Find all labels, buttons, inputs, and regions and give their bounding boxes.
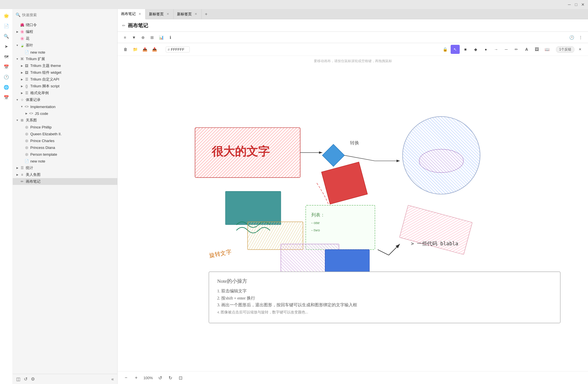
new-tab-button[interactable]: + [202, 9, 211, 19]
sidebar-item-trilium-widget[interactable]: ▶ 🖼 Trilium 组件 widget [13, 69, 117, 76]
toggle-trilium-ext[interactable]: ▼ [15, 57, 20, 61]
sidebar-item-jscode[interactable]: ▶ <> JS code [13, 110, 117, 117]
notes-icon[interactable]: 📄 [2, 22, 11, 31]
color-input-wrapper[interactable]: # [166, 47, 190, 52]
svg-rect-14 [321, 162, 367, 204]
sidebar-item-queen-elizabeth[interactable]: ◎ Queen Elizabeth II. [13, 130, 117, 137]
color-input[interactable] [171, 47, 188, 52]
toggle-jscode[interactable]: ▶ [24, 111, 29, 116]
cursor-btn[interactable]: ↖ [451, 45, 460, 54]
toggle-format[interactable]: ▶ [20, 91, 24, 95]
refresh-icon[interactable]: ↺ [24, 376, 27, 382]
undo-btn[interactable]: ↺ [156, 374, 164, 382]
search-input[interactable] [22, 13, 114, 17]
info-btn[interactable]: ℹ [166, 33, 174, 41]
menu-btn[interactable]: ≡ [121, 33, 129, 41]
sidebar-item-bian[interactable]: ▶ 🌸 编程 [13, 28, 117, 35]
sidebar-item-princess-diana[interactable]: ◎ Princess Diana [13, 144, 117, 151]
diamond-btn[interactable]: ◆ [471, 45, 480, 54]
search-bar[interactable]: 🔍 [16, 12, 114, 17]
toggle-trilium-widget[interactable]: ▶ [20, 70, 24, 75]
folder-btn[interactable]: 📁 [131, 45, 140, 54]
sidebar-item-trilium-api[interactable]: ▶ ☰ Trilium 自定义API [13, 76, 117, 83]
import-note-btn[interactable]: 📥 [150, 45, 159, 54]
sidebar-item-canvas[interactable]: ✏ 画布笔记 [13, 178, 117, 185]
zoom-in-btn[interactable]: + [132, 374, 140, 382]
note-title[interactable] [128, 22, 193, 28]
add-btn[interactable]: ⊕ [139, 33, 147, 41]
toggle-mermaid[interactable]: ▶ [15, 172, 20, 177]
search-icon: 🔍 [16, 12, 20, 17]
sidebar-item-trilium-script[interactable]: ▶ {} Trilium 脚本 script [13, 83, 117, 90]
history-btn[interactable]: 🕐 [568, 33, 576, 41]
tab-2[interactable]: 新标签页 ✕ [174, 9, 202, 19]
toggle-impl[interactable]: ▼ [20, 104, 24, 109]
image-btn[interactable]: 🖼 [532, 45, 541, 54]
tab-close-0[interactable]: ✕ [137, 12, 142, 16]
embed-btn[interactable]: 📖 [542, 45, 551, 54]
toggle-bian[interactable]: ▶ [15, 29, 20, 34]
delete-btn[interactable]: 🗑 [121, 45, 130, 54]
sidebar-item-trilium-theme[interactable]: ▶ 🖼 Trilium 主题 theme [13, 62, 117, 69]
minimize-button[interactable]: ─ [566, 2, 572, 7]
backlink-badge[interactable]: 1个反链 [556, 46, 574, 53]
toggle-stats[interactable]: ▶ [15, 166, 20, 170]
lock-btn[interactable]: 🔒 [440, 45, 449, 54]
canvas-close-btn[interactable]: ✕ [576, 45, 585, 54]
redo-btn[interactable]: ↻ [166, 374, 174, 382]
sidebar-item-prince-phillip[interactable]: ◎ Prince Phillip [13, 124, 117, 130]
toggle-trilium-api[interactable]: ▶ [20, 77, 24, 82]
canvas-drawing-area[interactable]: 要移动画布，请按住鼠标滚轮或空格键，再拖拽鼠标 [118, 56, 588, 371]
circle-btn[interactable]: ● [481, 45, 490, 54]
sidebar-item-rao[interactable]: 🌺 绕口令 [13, 22, 117, 28]
sidebar-item-person-template[interactable]: ◎ Person template [13, 151, 117, 158]
maximize-button[interactable]: □ [573, 2, 579, 7]
recent-icon[interactable]: 🕐 [2, 73, 11, 82]
toggle-weight[interactable]: ▼ [15, 98, 20, 102]
global-icon[interactable]: 🌐 [2, 83, 11, 92]
arrow-btn[interactable]: → [491, 45, 500, 54]
send-icon[interactable]: ➤ [2, 42, 11, 51]
sidebar-item-impl[interactable]: ▼ <> Implementation [13, 103, 117, 110]
calendar-icon[interactable]: 📅 [2, 62, 11, 71]
logo-button[interactable]: 🌟 [2, 11, 11, 20]
zoom-out-btn[interactable]: − [122, 374, 130, 382]
tab-close-2[interactable]: ✕ [193, 12, 198, 16]
rectangle-btn[interactable]: ■ [461, 45, 470, 54]
sidebar-item-trilium-ext[interactable]: ▼ ⌘ Trilium 扩展 [13, 56, 117, 62]
search-icon[interactable]: 🔍 [2, 32, 11, 41]
calendar2-icon[interactable]: 📅 [2, 93, 11, 102]
sidebar-item-relation[interactable]: ▼ ⊞ 关系图 [13, 117, 117, 124]
pencil-btn[interactable]: ✏ [512, 45, 521, 54]
close-button[interactable]: ✕ [580, 2, 586, 7]
chart-btn[interactable]: 📊 [157, 33, 165, 41]
map-icon[interactable]: 🗺 [2, 52, 11, 61]
fit-btn[interactable]: ⊡ [176, 374, 184, 382]
text-btn[interactable]: A [522, 45, 531, 54]
collapse-sidebar-button[interactable]: « [111, 377, 114, 382]
sidebar-item-new1[interactable]: 📄 new note [13, 49, 117, 56]
sidebar-item-cha[interactable]: ▼ 🍃 茶叶 [13, 42, 117, 49]
toggle-relation[interactable]: ▼ [15, 118, 20, 123]
sidebar-item-prince-charles[interactable]: ◎ Prince Charles [13, 137, 117, 144]
sidebar-item-stats[interactable]: ▶ ☰ 统计 [13, 164, 117, 171]
sidebar-item-hua[interactable]: 🌸 花 [13, 35, 117, 42]
settings-icon[interactable]: ⚙ [31, 376, 35, 382]
sidebar-item-weight[interactable]: ▼ ☆ 体重记录 [13, 96, 117, 103]
tab-0[interactable]: 画布笔记 ✕ [118, 9, 146, 19]
sort-btn[interactable]: ▼ [130, 33, 138, 41]
more-btn[interactable]: ⋮ [577, 33, 585, 41]
sidebar-item-format[interactable]: ▶ ☰ 格式化举例 [13, 90, 117, 96]
layers-icon[interactable]: ◫ [16, 376, 20, 382]
grid-btn[interactable]: ⊞ [148, 33, 156, 41]
sidebar-item-new2[interactable]: 📄 new note [13, 158, 117, 164]
export-note-btn[interactable]: 📤 [140, 45, 149, 54]
toggle-cha[interactable]: ▼ [15, 43, 20, 48]
line-btn[interactable]: ─ [502, 45, 511, 54]
sidebar-item-mermaid[interactable]: ▶ ≡ 美人鱼图 [13, 171, 117, 178]
tab-1[interactable]: 新标签页 ✕ [146, 9, 174, 19]
tab-close-1[interactable]: ✕ [165, 12, 170, 16]
toggle-trilium-script[interactable]: ▶ [20, 84, 24, 88]
svg-marker-8 [322, 144, 344, 166]
toggle-trilium-theme[interactable]: ▶ [20, 64, 24, 68]
